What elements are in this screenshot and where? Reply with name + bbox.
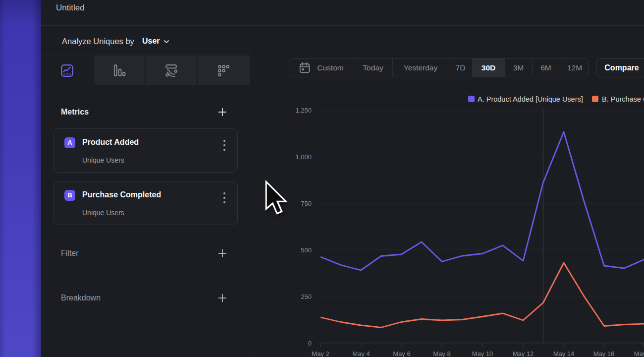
svg-text:500: 500: [301, 246, 312, 254]
svg-text:May 4: May 4: [352, 350, 370, 357]
svg-text:0: 0: [308, 340, 312, 347]
svg-text:May 18: May 18: [634, 350, 644, 357]
svg-text:May 2: May 2: [312, 350, 329, 357]
svg-text:May 16: May 16: [593, 350, 615, 357]
svg-text:1,250: 1,250: [295, 107, 312, 114]
svg-text:May 6: May 6: [393, 350, 410, 357]
svg-text:May 14: May 14: [553, 350, 575, 357]
svg-text:May 12: May 12: [513, 350, 534, 357]
svg-text:250: 250: [301, 293, 312, 300]
svg-text:1,000: 1,000: [295, 153, 312, 161]
svg-text:750: 750: [301, 200, 312, 207]
svg-text:May 8: May 8: [433, 350, 450, 357]
svg-text:May 10: May 10: [472, 350, 493, 357]
